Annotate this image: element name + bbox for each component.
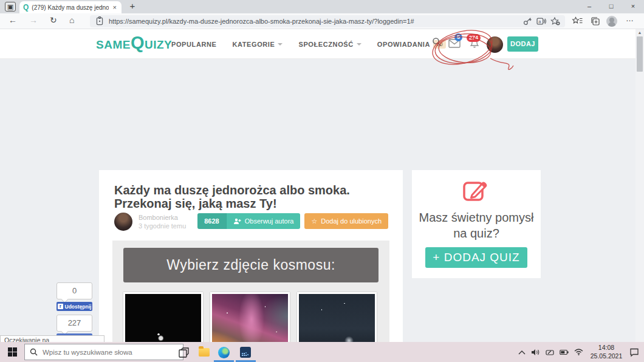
messages-badge: 5 [454, 33, 462, 41]
facebook-share-button[interactable]: f Udostępnij [57, 302, 92, 311]
nav-spolecznosc[interactable]: SPOŁECZNOŚĆ [298, 41, 361, 48]
site-info-icon[interactable] [95, 16, 104, 26]
answers-row [123, 292, 379, 342]
wifi-icon[interactable] [574, 349, 583, 355]
edge-browser-icon[interactable] [216, 345, 231, 360]
back-icon[interactable]: ← [9, 15, 17, 25]
add-favorite-icon[interactable] [550, 16, 560, 26]
add-quiz-promo-button[interactable]: + DODAJ QUIZ [425, 247, 527, 268]
logo-text-2: uizy [145, 38, 172, 51]
follow-author-button[interactable]: Obserwuj autora [226, 213, 301, 229]
logo-text: same [96, 38, 131, 51]
answer-image-astronaut[interactable] [123, 292, 203, 342]
read-aloud-icon[interactable]: a [536, 16, 546, 26]
taskbar-search[interactable] [24, 344, 183, 360]
battery-icon[interactable] [560, 349, 569, 355]
nav-kategorie[interactable]: KATEGORIE [232, 41, 283, 48]
address-bar[interactable]: https://samequizy.pl/kazdy-ma-dusze-jedn… [90, 15, 565, 27]
notifications-badge: 274 [467, 34, 481, 42]
new-tab-button[interactable]: + [126, 1, 139, 11]
refresh-icon[interactable]: ↻ [50, 15, 57, 25]
search-icon [30, 348, 38, 356]
volume-icon[interactable] [531, 349, 540, 356]
start-button[interactable] [0, 342, 24, 362]
follow-label: Obserwuj autora [245, 217, 294, 225]
quiz-title: Każdy ma duszę jednorożca albo smoka. Pr… [114, 183, 387, 210]
share-label: Udostępnij [65, 304, 92, 310]
browser-tabstrip: ▣ Q (279) Każdy ma duszę jednorożc × + –… [0, 0, 644, 13]
site-logo[interactable]: sameQuizy [96, 33, 172, 53]
task-view-icon[interactable] [176, 345, 191, 360]
windows-taskbar: 14:08 25.05.2021 [0, 342, 644, 362]
favorite-label: Dodaj do ulubionych [321, 217, 382, 225]
user-avatar[interactable] [487, 36, 503, 53]
pixel-app-icon[interactable] [238, 345, 253, 360]
likes-counter: 227 [57, 315, 92, 332]
chevron-down-icon [357, 43, 361, 46]
person-plus-icon [233, 218, 241, 225]
password-key-icon[interactable] [522, 16, 532, 26]
nav-popularne[interactable]: POPULARNE [171, 41, 216, 48]
tray-chevron-up-icon[interactable] [518, 350, 526, 355]
author-row: Bombonierka 3 tygodnie temu 8628 Obserwu… [114, 211, 388, 231]
star-icon: ☆ [311, 217, 317, 225]
window-close-button[interactable]: × [622, 0, 644, 13]
add-favorite-button[interactable]: ☆ Dodaj do ulubionych [304, 213, 388, 229]
promo-heading: Masz świetny pomysł na quiz? [419, 210, 534, 241]
url-text: https://samequizy.pl/kazdy-ma-dusze-jedn… [109, 18, 518, 25]
favorites-icon[interactable] [572, 16, 583, 26]
logo-q: Q [131, 33, 145, 52]
tab-close-icon[interactable]: × [112, 4, 118, 11]
tray-clock[interactable]: 14:08 25.05.2021 [589, 344, 624, 360]
browser-tab[interactable]: Q (279) Każdy ma duszę jednorożc × [19, 1, 122, 13]
pen-icon[interactable] [546, 349, 554, 356]
tray-date: 25.05.2021 [589, 352, 624, 360]
action-center-icon[interactable] [629, 348, 639, 357]
pencil-square-icon [462, 178, 490, 205]
facebook-icon: f [58, 304, 63, 309]
author-name[interactable]: Bombonierka [139, 214, 178, 221]
browser-toolbar: ← → ↻ ⌂ https://samequizy.pl/kazdy-ma-du… [0, 13, 644, 29]
taskbar-search-input[interactable] [43, 349, 164, 356]
tab-favicon: Q [23, 4, 29, 11]
system-tray: 14:08 25.05.2021 [518, 342, 644, 362]
question-header: Wybierz zdjęcie kosmosu: [123, 248, 379, 282]
collections-icon[interactable] [591, 16, 601, 26]
scrollbar-up-arrow[interactable]: ▲ [635, 29, 644, 36]
promo-card: Masz świetny pomysł na quiz? + DODAJ QUI… [412, 170, 541, 278]
question-box: Wybierz zdjęcie kosmosu: [112, 241, 389, 342]
question-text: Wybierz zdjęcie kosmosu: [166, 257, 335, 273]
answer-image-milkyway[interactable] [210, 292, 290, 342]
tab-actions-icon[interactable]: ▣ [5, 2, 16, 12]
add-quiz-header-button[interactable]: DODAJ [507, 36, 538, 52]
window-minimize-button[interactable]: – [578, 0, 600, 13]
page-scrollbar[interactable]: ▲ [635, 29, 644, 342]
file-explorer-icon[interactable] [197, 345, 211, 360]
answer-image-nightsky[interactable] [297, 292, 377, 342]
site-header: sameQuizy POPULARNE KATEGORIE SPOŁECZNOŚ… [0, 29, 635, 59]
tray-time: 14:08 [589, 344, 624, 352]
chevron-down-icon [278, 43, 283, 46]
browser-profile-avatar[interactable] [606, 16, 617, 27]
browser-menu-icon[interactable]: … [626, 14, 634, 23]
publish-time: 3 tygodnie temu [139, 222, 186, 230]
author-avatar[interactable] [114, 213, 132, 231]
tab-title: (279) Każdy ma duszę jednorożc [32, 4, 108, 11]
window-maximize-button[interactable]: □ [600, 0, 622, 13]
scrollbar-thumb[interactable] [637, 36, 643, 72]
home-icon[interactable]: ⌂ [69, 15, 74, 25]
quiz-card: Każdy ma duszę jednorożca albo smoka. Pr… [99, 170, 403, 342]
svg-text:a: a [538, 19, 541, 24]
browser-status-text: Oczekiwanie na www.facebook.com... [0, 335, 104, 342]
followers-count: 8628 [197, 213, 225, 229]
comments-counter: 0 [57, 282, 92, 299]
windows-logo-icon [8, 347, 17, 357]
search-icon[interactable] [432, 37, 442, 47]
forward-icon: → [29, 15, 38, 25]
site-nav: POPULARNE KATEGORIE SPOŁECZNOŚĆ OPOWIADA… [171, 40, 446, 49]
page-viewport: sameQuizy POPULARNE KATEGORIE SPOŁECZNOŚ… [0, 29, 635, 342]
